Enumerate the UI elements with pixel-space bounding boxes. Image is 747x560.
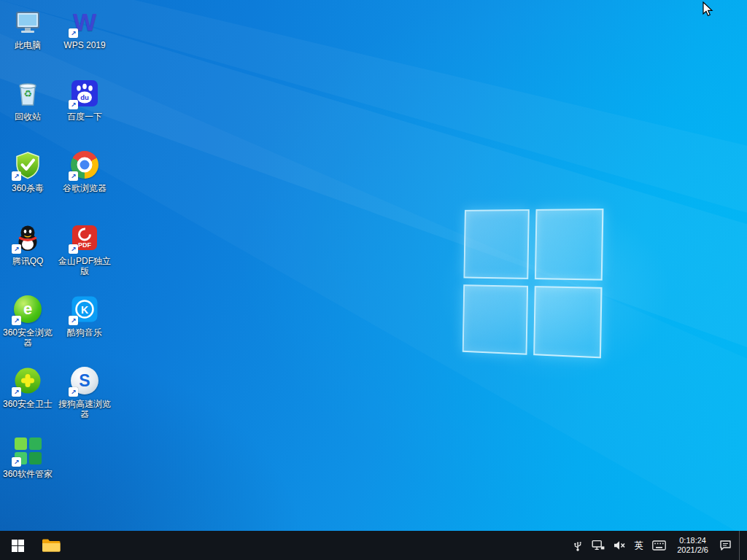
taskbar: 英 0:18:24 2021/2/6 [0,531,747,560]
desktop-icon-label: WPS 2019 [63,40,105,50]
desktop-icon-chrome[interactable]: ↗ 谷歌浏览器 [57,149,112,193]
qq-penguin-icon: ↗ [12,222,44,254]
start-button[interactable] [0,531,35,560]
desktop-icon-label: 360杀毒 [12,183,44,193]
shortcut-arrow-overlay: ↗ [12,457,21,467]
360-software-manager-icon: ↗ [12,435,44,467]
desktop-icon-grid: 此电脑 ♻ 回收站 [0,0,117,510]
360-antivirus-icon: ↗ [12,149,44,181]
shortcut-arrow-overlay: ↗ [12,316,21,325]
network-icon[interactable] [591,531,605,560]
sogou-s-glyph: S [79,373,90,389]
svg-text:du: du [80,93,89,101]
svg-text:PDF: PDF [78,241,92,249]
windows-logo-pane [533,286,603,359]
desktop-icon-label: 此电脑 [15,40,41,50]
desktop-icon-baidu[interactable]: du ↗ 百度一下 [57,77,112,122]
windows-start-icon [12,540,24,552]
desktop-icon-kingsoft-pdf[interactable]: PDF ↗ 金山PDF独立版 [57,222,112,276]
kugou-icon: K ↗ [69,293,101,325]
recycle-bin-icon: ♻ [12,77,44,109]
sogou-icon: S ↗ [69,365,101,397]
shortcut-arrow-overlay: ↗ [69,316,78,325]
desktop-icon-label: 360安全卫士 [3,399,53,409]
desktop-icon-label: 搜狗高速浏览器 [57,399,112,419]
windows-logo-pane [463,209,529,279]
desktop-icon-label: 金山PDF独立版 [57,256,112,276]
desktop-icon-kugou-music[interactable]: K ↗ 酷狗音乐 [57,293,112,338]
shortcut-arrow-overlay: ↗ [69,28,78,38]
windows-logo-pane [462,284,528,355]
desktop-icon-recycle-bin[interactable]: ♻ 回收站 [0,77,55,122]
desktop-icon-360-antivirus[interactable]: ↗ 360杀毒 [0,149,55,193]
desktop-icon-label: 酷狗音乐 [67,327,102,338]
shortcut-arrow-overlay: ↗ [12,171,21,181]
shortcut-arrow-overlay: ↗ [69,387,78,397]
windows-desktop: 此电脑 ♻ 回收站 [0,0,747,560]
usb-safely-remove-icon[interactable] [571,531,584,560]
baidu-icon: du ↗ [69,77,101,109]
windows-logo-wallpaper [462,209,604,358]
taskbar-empty-area [67,531,571,560]
touch-keyboard-icon[interactable] [651,531,667,560]
desktop-icon-sogou-browser[interactable]: S ↗ 搜狗高速浏览器 [57,365,112,419]
svg-text:K: K [81,304,88,316]
desktop-icon-label: 360软件管家 [3,469,53,479]
desktop-icon-label: 百度一下 [67,112,102,122]
mouse-cursor [703,1,714,18]
clock-date: 2021/2/6 [677,545,708,555]
desktop-icon-label: 谷歌浏览器 [63,183,107,193]
shortcut-arrow-overlay: ↗ [69,171,78,181]
action-center-button[interactable] [719,531,732,560]
wps-icon: W ↗ [69,6,101,38]
ime-indicator[interactable]: 英 [633,531,646,560]
this-pc-icon [12,6,44,38]
desktop-icon-label: 腾讯QQ [12,256,44,266]
desktop-icon-label: 360安全浏览器 [0,327,55,348]
desktop-icon-tencent-qq[interactable]: ↗ 腾讯QQ [0,222,55,266]
shortcut-arrow-overlay: ↗ [69,100,78,109]
clock-time: 0:18:24 [677,536,708,545]
recycle-symbol: ♻ [12,88,44,99]
shortcut-arrow-overlay: ↗ [69,244,78,254]
taskbar-clock[interactable]: 0:18:24 2021/2/6 [673,536,712,555]
desktop-icon-this-pc[interactable]: 此电脑 [0,6,55,50]
desktop-icon-wps-2019[interactable]: W ↗ WPS 2019 [57,6,112,50]
chrome-icon: ↗ [69,149,101,181]
show-desktop-button[interactable] [739,531,743,560]
desktop-icon-label: 回收站 [15,112,41,122]
file-explorer-taskbar-button[interactable] [35,531,67,560]
action-center-icon [719,540,732,551]
shortcut-arrow-overlay: ↗ [12,387,21,397]
windows-logo-pane [534,209,603,280]
360-browser-icon: e ↗ [12,293,44,325]
volume-muted-icon[interactable] [612,531,627,560]
desktop-icon-360-safe-guard[interactable]: ↗ 360安全卫士 [0,365,55,409]
kingsoft-pdf-icon: PDF ↗ [69,222,101,254]
browser-e-glyph: e [23,301,32,317]
360-safe-guard-icon: ↗ [12,365,44,397]
folder-icon [42,538,61,553]
desktop-icon-360-software-manager[interactable]: ↗ 360软件管家 [0,435,55,479]
desktop-icon-360-secure-browser[interactable]: e ↗ 360安全浏览器 [0,293,55,348]
shortcut-arrow-overlay: ↗ [12,244,21,254]
system-tray: 英 0:18:24 2021/2/6 [571,531,747,560]
